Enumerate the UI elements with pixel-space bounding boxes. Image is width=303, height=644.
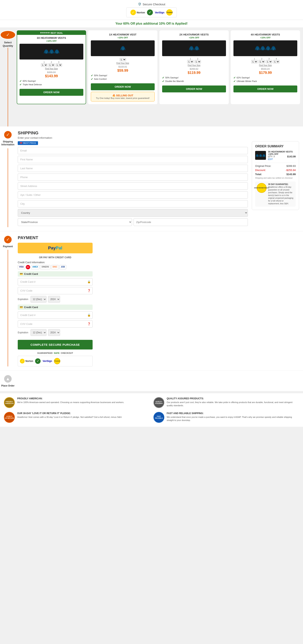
street-field[interactable] [18, 182, 248, 190]
size-group-4x-2: 2 L [258, 58, 265, 64]
size-select-2x-2[interactable]: L [194, 60, 201, 64]
american-content: PROUDLY AMERICAN: We're 100% American-ow… [17, 397, 124, 404]
discount-tag-2x: +10% OFF [162, 36, 226, 39]
state-zip-row: State/Province Alabama California New Yo… [18, 218, 248, 226]
trusted-badge: Trusted [166, 9, 172, 16]
zip-field[interactable] [134, 218, 248, 226]
find-size-4x[interactable]: Find Your Size [234, 64, 297, 66]
discount-tag-3x: +10% OFF [20, 40, 83, 42]
payment-title: PAYMENT [18, 235, 299, 240]
selling-out-box: 🔥 SELLING OUT Try One today! Buy more la… [91, 92, 155, 102]
paypal-button[interactable]: PayPal [18, 243, 92, 253]
find-size-2x[interactable]: Find Your Size [162, 64, 226, 66]
norton-check-icon-2: ✓ [20, 359, 25, 364]
email-field[interactable] [18, 147, 248, 154]
select-quantity-section: ✓ Select Quantity ★★★★★ BEST DEAL 3X HEA… [0, 28, 303, 126]
return-text: HeatArmor Vest comes with a 30-day 'Love… [17, 416, 122, 419]
step4-label: Place Order [1, 384, 14, 387]
size-select-2[interactable]: L [48, 63, 55, 67]
green-check-badge: ✓ [35, 358, 40, 364]
size-select-1[interactable]: L [41, 63, 48, 67]
size-select-3[interactable]: L [56, 63, 62, 67]
cc-number-input-2[interactable] [18, 312, 92, 319]
expiry-month-select[interactable]: 12 (Dec) 1 (Jan) 2 (Feb) 3 (Mar) [30, 296, 46, 302]
complete-purchase-button[interactable]: COMPLETE SECURE PURCHASE [18, 340, 92, 350]
shipping-subtitle: Enter your contact information: [18, 136, 299, 139]
summary-price: $143.99 [287, 155, 296, 158]
country-select[interactable]: Country United States Canada United King… [18, 209, 248, 217]
american-text: We're 100% American-owned and operated. … [17, 401, 124, 404]
question-icon-2: ❓ [87, 322, 90, 326]
size-group-1x: L [120, 58, 126, 61]
first-name-field[interactable] [18, 156, 248, 163]
cvv-input-2[interactable] [18, 320, 92, 328]
apt-field[interactable] [18, 191, 248, 198]
size-select-4x-3[interactable]: L [266, 60, 272, 64]
discount-banner: Your 60% Off plus additional 10% Off is … [0, 20, 303, 28]
cvv-input[interactable] [18, 287, 92, 294]
secure-checkout-header: 🛡️ Secure Checkout ✓ Norton ✓ VeriSign T… [0, 0, 303, 20]
find-size-1x[interactable]: Find Your Size [91, 62, 155, 64]
step1-label: Select Quantity [0, 41, 16, 48]
expiry-month-select-2[interactable]: 12 (Dec) [30, 329, 46, 336]
size-group-2x-2: 2 L [194, 58, 201, 64]
edit-link[interactable]: EDIT [268, 158, 296, 160]
norton-check-icon: ✓ [130, 10, 136, 15]
norton-checkout-badge: ✓ Norton [20, 359, 33, 364]
expiry-row: Expiration 12 (Dec) 1 (Jan) 2 (Feb) 3 (M… [18, 296, 92, 302]
feature-shipping: FASTRELIABLE FAST AND RELIABLE SHIPPING:… [154, 412, 299, 423]
best-price-row: 🎀 BEST PRICE [18, 141, 248, 145]
best-price-badge: 🎀 BEST PRICE [18, 141, 38, 145]
order-btn-3x[interactable]: ORDER NOW [20, 89, 83, 96]
return-seal: LOVE ITOR RETURN [4, 412, 15, 423]
order-summary-title: ORDER SUMMARY [255, 144, 296, 148]
size-select-1x[interactable]: L [120, 58, 126, 61]
size-select-4x-4[interactable]: L [273, 60, 280, 64]
expiry-year-select[interactable]: 2024 2025 2026 [48, 296, 60, 302]
expiry-label: Expiration [18, 296, 28, 302]
step3-circle: ✓ [4, 235, 12, 244]
size-select-4x-1[interactable]: L [251, 60, 258, 64]
phone-field[interactable] [18, 174, 248, 181]
expiry-year-select-2[interactable]: 2024 [48, 329, 60, 336]
savings-2x: ✔50% Savings! ✔Double the Warmth [162, 76, 226, 83]
product-title-1x: 1X HEATARMOR VEST [91, 33, 155, 36]
city-field[interactable] [18, 200, 248, 208]
place-order-section: ▲ Place Order [0, 370, 303, 391]
product-card-1x: 1X HEATARMOR VEST +10% OFF 🧥 L Find Your… [88, 30, 158, 104]
amex-icon: AMEX [31, 265, 40, 269]
shipping-feat-text: We understand that once you've made a pu… [167, 416, 299, 422]
product-title-3x: 3X HEATARMOR VESTS [20, 36, 83, 40]
selling-out-title: 🔥 SELLING OUT [93, 94, 152, 97]
find-size-3x[interactable]: Find Your Size [20, 68, 83, 70]
size-group-4x-3: 3 L [266, 58, 272, 64]
selling-out-text: Try One today! Buy more later, lowest pr… [93, 97, 152, 99]
norton-badge: ✓ Norton [130, 10, 145, 15]
size-selectors-3x: 1 L 2 L 3 L [20, 61, 83, 67]
order-btn-1x[interactable]: ORDER NOW [91, 83, 155, 90]
size-selectors-4x: 1 L 2 L 3 L 4 L [234, 58, 297, 64]
size-select-4x-2[interactable]: L [258, 60, 265, 64]
step1-line [8, 48, 8, 126]
trust-badges: ✓ Norton ✓ VeriSign Trusted [126, 8, 177, 17]
cc-number-input[interactable] [18, 278, 92, 286]
secure-checkout-title: 🛡️ Secure Checkout [2, 2, 301, 6]
order-btn-2x[interactable]: ORDER NOW [162, 86, 226, 92]
cc-number-wrapper-2: 🔒 [18, 312, 92, 319]
last-name-field[interactable] [18, 165, 248, 172]
state-select[interactable]: State/Province Alabama California New Yo… [18, 218, 132, 226]
size-select-2x-1[interactable]: L [187, 60, 194, 64]
order-summary: ORDER SUMMARY 🧥🧥🧥 3X HEATARMOR VESTS +10… [252, 141, 299, 210]
best-deal-badge: ★★★★★ BEST DEAL [17, 31, 86, 35]
feature-quality: QUALITYASSURED QUALITY ASSURED PRODUCTS:… [154, 397, 299, 408]
visa-icon: VISA [18, 265, 25, 269]
original-price-1x: $133.31 [91, 66, 155, 68]
american-seal: PROUDLYAMERICAN [4, 397, 15, 408]
products-container: ★★★★★ BEST DEAL 3X HEATARMOR VESTS +10% … [16, 28, 303, 126]
sale-price-3x: $143.99 [20, 74, 83, 78]
summary-product-info: 3X HEATARMOR VESTS +10% OFF QTY: 3 $143.… [268, 150, 296, 160]
step1-indicator: ✓ Select Quantity [0, 30, 16, 48]
size-group-3: 3 L [56, 61, 62, 67]
summary-product-name: 3X HEATARMOR VESTS +10% OFF [268, 150, 296, 155]
order-btn-4x[interactable]: ORDER NOW [234, 86, 297, 92]
